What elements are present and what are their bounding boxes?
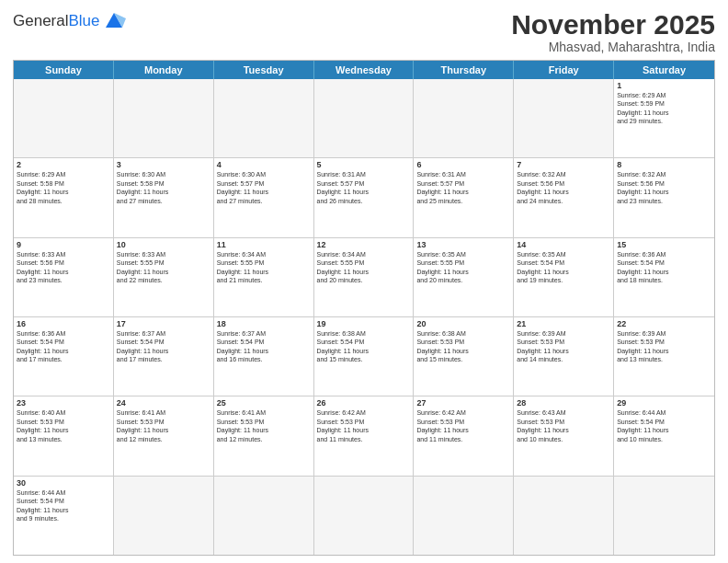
day-info: Sunrise: 6:34 AM Sunset: 5:55 PM Dayligh… [217, 250, 311, 285]
day-cell-16: 16Sunrise: 6:36 AM Sunset: 5:54 PM Dayli… [14, 317, 114, 396]
logo-icon [102, 9, 126, 33]
day-info: Sunrise: 6:31 AM Sunset: 5:57 PM Dayligh… [317, 170, 411, 205]
day-number: 28 [517, 398, 610, 408]
day-info: Sunrise: 6:43 AM Sunset: 5:53 PM Dayligh… [517, 408, 610, 443]
day-number: 21 [517, 319, 610, 328]
day-cell-19: 19Sunrise: 6:38 AM Sunset: 5:54 PM Dayli… [314, 317, 415, 396]
day-info: Sunrise: 6:34 AM Sunset: 5:55 PM Dayligh… [317, 250, 411, 285]
day-number: 27 [416, 398, 510, 408]
day-cell-22: 22Sunrise: 6:39 AM Sunset: 5:53 PM Dayli… [614, 317, 714, 396]
day-number: 29 [617, 398, 711, 408]
month-year-title: November 2025 [511, 9, 715, 40]
day-cell-14: 14Sunrise: 6:35 AM Sunset: 5:54 PM Dayli… [514, 238, 614, 316]
day-info: Sunrise: 6:29 AM Sunset: 5:59 PM Dayligh… [617, 91, 711, 126]
day-number: 30 [17, 478, 110, 488]
day-info: Sunrise: 6:35 AM Sunset: 5:54 PM Dayligh… [517, 250, 610, 285]
day-cell-empty-0-3 [314, 79, 415, 157]
day-info: Sunrise: 6:37 AM Sunset: 5:54 PM Dayligh… [217, 329, 311, 364]
day-cell-27: 27Sunrise: 6:42 AM Sunset: 5:53 PM Dayli… [414, 396, 514, 475]
day-cell-4: 4Sunrise: 6:30 AM Sunset: 5:57 PM Daylig… [214, 158, 314, 236]
location-subtitle: Mhasvad, Maharashtra, India [511, 40, 715, 54]
day-number: 23 [17, 398, 110, 408]
logo: GeneralBlue [13, 9, 126, 33]
day-number: 5 [317, 160, 411, 169]
calendar: SundayMondayTuesdayWednesdayThursdayFrid… [13, 60, 715, 556]
day-info: Sunrise: 6:39 AM Sunset: 5:53 PM Dayligh… [517, 329, 610, 364]
day-number: 2 [17, 160, 110, 169]
day-cell-8: 8Sunrise: 6:32 AM Sunset: 5:56 PM Daylig… [614, 158, 714, 236]
day-info: Sunrise: 6:44 AM Sunset: 5:54 PM Dayligh… [617, 408, 711, 443]
day-cell-6: 6Sunrise: 6:31 AM Sunset: 5:57 PM Daylig… [414, 158, 514, 236]
day-cell-24: 24Sunrise: 6:41 AM Sunset: 5:53 PM Dayli… [114, 396, 214, 475]
calendar-body: 1Sunrise: 6:29 AM Sunset: 5:59 PM Daylig… [14, 79, 714, 555]
day-info: Sunrise: 6:30 AM Sunset: 5:57 PM Dayligh… [217, 170, 311, 205]
day-cell-10: 10Sunrise: 6:33 AM Sunset: 5:55 PM Dayli… [114, 238, 214, 316]
day-number: 10 [117, 240, 210, 249]
day-cell-empty-0-1 [114, 79, 214, 157]
calendar-header: SundayMondayTuesdayWednesdayThursdayFrid… [14, 61, 714, 79]
day-header-tuesday: Tuesday [214, 61, 314, 79]
day-cell-13: 13Sunrise: 6:35 AM Sunset: 5:55 PM Dayli… [414, 238, 514, 316]
day-number: 15 [617, 240, 711, 249]
day-info: Sunrise: 6:41 AM Sunset: 5:53 PM Dayligh… [117, 408, 210, 443]
day-info: Sunrise: 6:36 AM Sunset: 5:54 PM Dayligh… [617, 250, 711, 285]
day-cell-empty-5-4 [414, 477, 514, 555]
day-cell-15: 15Sunrise: 6:36 AM Sunset: 5:54 PM Dayli… [614, 238, 714, 316]
day-info: Sunrise: 6:42 AM Sunset: 5:53 PM Dayligh… [317, 408, 411, 443]
day-number: 1 [617, 81, 711, 90]
day-number: 9 [17, 240, 110, 249]
title-block: November 2025 Mhasvad, Maharashtra, Indi… [511, 9, 715, 54]
day-header-saturday: Saturday [614, 61, 714, 79]
day-info: Sunrise: 6:33 AM Sunset: 5:56 PM Dayligh… [17, 250, 110, 285]
day-cell-3: 3Sunrise: 6:30 AM Sunset: 5:58 PM Daylig… [114, 158, 214, 236]
day-cell-5: 5Sunrise: 6:31 AM Sunset: 5:57 PM Daylig… [314, 158, 415, 236]
day-number: 18 [217, 319, 311, 328]
logo-blue: Blue [68, 12, 99, 29]
day-cell-28: 28Sunrise: 6:43 AM Sunset: 5:53 PM Dayli… [514, 396, 614, 475]
day-cell-empty-0-0 [14, 79, 114, 157]
day-cell-26: 26Sunrise: 6:42 AM Sunset: 5:53 PM Dayli… [314, 396, 415, 475]
day-info: Sunrise: 6:32 AM Sunset: 5:56 PM Dayligh… [517, 170, 610, 205]
day-cell-empty-0-4 [414, 79, 514, 157]
calendar-row-4: 23Sunrise: 6:40 AM Sunset: 5:53 PM Dayli… [14, 396, 714, 475]
day-info: Sunrise: 6:29 AM Sunset: 5:58 PM Dayligh… [17, 170, 110, 205]
day-number: 13 [416, 240, 510, 249]
day-number: 6 [416, 160, 510, 169]
day-info: Sunrise: 6:35 AM Sunset: 5:55 PM Dayligh… [416, 250, 510, 285]
header: GeneralBlue November 2025 Mhasvad, Mahar… [13, 9, 715, 54]
calendar-row-2: 9Sunrise: 6:33 AM Sunset: 5:56 PM Daylig… [14, 237, 714, 316]
day-info: Sunrise: 6:41 AM Sunset: 5:53 PM Dayligh… [217, 408, 311, 443]
day-cell-7: 7Sunrise: 6:32 AM Sunset: 5:56 PM Daylig… [514, 158, 614, 236]
day-cell-12: 12Sunrise: 6:34 AM Sunset: 5:55 PM Dayli… [314, 238, 415, 316]
day-cell-29: 29Sunrise: 6:44 AM Sunset: 5:54 PM Dayli… [614, 396, 714, 475]
day-cell-empty-5-6 [614, 477, 714, 555]
day-number: 20 [416, 319, 510, 328]
day-number: 16 [17, 319, 110, 328]
day-cell-25: 25Sunrise: 6:41 AM Sunset: 5:53 PM Dayli… [214, 396, 314, 475]
day-info: Sunrise: 6:39 AM Sunset: 5:53 PM Dayligh… [617, 329, 711, 364]
day-number: 17 [117, 319, 210, 328]
day-header-wednesday: Wednesday [314, 61, 415, 79]
calendar-row-5: 30Sunrise: 6:44 AM Sunset: 5:54 PM Dayli… [14, 476, 714, 555]
day-info: Sunrise: 6:30 AM Sunset: 5:58 PM Dayligh… [117, 170, 210, 205]
day-number: 3 [117, 160, 210, 169]
day-cell-1: 1Sunrise: 6:29 AM Sunset: 5:59 PM Daylig… [614, 79, 714, 157]
day-cell-empty-5-3 [314, 477, 415, 555]
day-number: 8 [617, 160, 711, 169]
day-header-friday: Friday [514, 61, 614, 79]
day-number: 4 [217, 160, 311, 169]
day-cell-empty-0-2 [214, 79, 314, 157]
day-cell-20: 20Sunrise: 6:38 AM Sunset: 5:53 PM Dayli… [414, 317, 514, 396]
day-cell-11: 11Sunrise: 6:34 AM Sunset: 5:55 PM Dayli… [214, 238, 314, 316]
day-number: 22 [617, 319, 711, 328]
day-info: Sunrise: 6:42 AM Sunset: 5:53 PM Dayligh… [416, 408, 510, 443]
calendar-row-3: 16Sunrise: 6:36 AM Sunset: 5:54 PM Dayli… [14, 316, 714, 396]
day-info: Sunrise: 6:33 AM Sunset: 5:55 PM Dayligh… [117, 250, 210, 285]
day-number: 14 [517, 240, 610, 249]
day-number: 12 [317, 240, 411, 249]
day-cell-2: 2Sunrise: 6:29 AM Sunset: 5:58 PM Daylig… [14, 158, 114, 236]
day-header-sunday: Sunday [14, 61, 114, 79]
calendar-row-0: 1Sunrise: 6:29 AM Sunset: 5:59 PM Daylig… [14, 79, 714, 157]
day-number: 11 [217, 240, 311, 249]
day-header-monday: Monday [114, 61, 214, 79]
